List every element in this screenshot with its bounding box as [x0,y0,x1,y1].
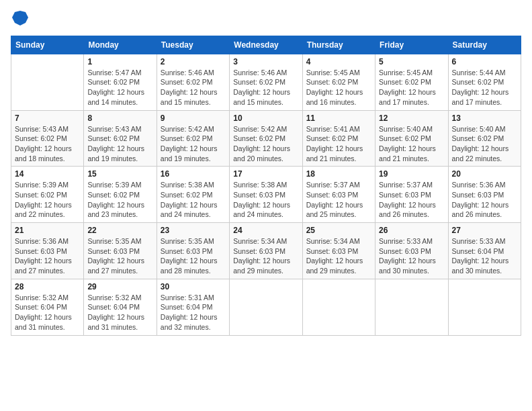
calendar-cell: 14Sunrise: 5:39 AMSunset: 6:02 PMDayligh… [11,167,84,223]
day-info: Sunrise: 5:47 AMSunset: 6:02 PMDaylight:… [87,68,152,107]
calendar-cell: 22Sunrise: 5:35 AMSunset: 6:03 PMDayligh… [84,223,157,279]
day-number: 11 [306,113,371,123]
logo [11,11,28,29]
day-number: 4 [306,57,371,66]
day-number: 14 [15,169,80,179]
day-number: 13 [452,113,517,123]
calendar-cell: 10Sunrise: 5:42 AMSunset: 6:02 PMDayligh… [230,110,302,167]
day-info: Sunrise: 5:46 AMSunset: 6:02 PMDaylight:… [233,68,298,107]
day-info: Sunrise: 5:42 AMSunset: 6:02 PMDaylight:… [161,124,226,164]
svg-marker-0 [12,11,28,26]
calendar-cell: 16Sunrise: 5:38 AMSunset: 6:02 PMDayligh… [157,167,229,223]
page-header [11,11,521,29]
day-number: 17 [233,169,298,179]
calendar-cell: 1Sunrise: 5:47 AMSunset: 6:02 PMDaylight… [84,54,157,110]
day-info: Sunrise: 5:39 AMSunset: 6:02 PMDaylight:… [87,180,152,220]
calendar-table: SundayMondayTuesdayWednesdayThursdayFrid… [11,36,521,336]
day-number: 20 [452,169,517,179]
day-info: Sunrise: 5:43 AMSunset: 6:02 PMDaylight:… [87,124,152,164]
day-number: 30 [161,282,226,291]
calendar-cell [448,279,521,335]
day-number: 16 [161,169,226,179]
calendar-cell [230,279,302,335]
day-info: Sunrise: 5:35 AMSunset: 6:03 PMDaylight:… [87,236,152,276]
day-number: 24 [233,226,298,235]
day-header-monday: Monday [84,36,157,54]
calendar-cell: 5Sunrise: 5:45 AMSunset: 6:02 PMDaylight… [375,54,448,110]
day-number: 10 [233,113,298,123]
calendar-cell: 3Sunrise: 5:46 AMSunset: 6:02 PMDaylight… [230,54,302,110]
day-number: 1 [87,57,152,66]
day-info: Sunrise: 5:39 AMSunset: 6:02 PMDaylight:… [15,180,80,220]
day-info: Sunrise: 5:46 AMSunset: 6:02 PMDaylight:… [161,68,226,107]
day-number: 28 [15,282,80,291]
day-info: Sunrise: 5:41 AMSunset: 6:02 PMDaylight:… [306,124,371,164]
calendar-cell [11,54,84,110]
day-header-friday: Friday [375,36,448,54]
logo-icon [12,11,28,26]
day-info: Sunrise: 5:42 AMSunset: 6:02 PMDaylight:… [233,124,298,164]
day-number: 19 [379,169,444,179]
calendar-cell: 2Sunrise: 5:46 AMSunset: 6:02 PMDaylight… [157,54,229,110]
calendar-cell: 7Sunrise: 5:43 AMSunset: 6:02 PMDaylight… [11,110,84,167]
calendar-cell: 26Sunrise: 5:33 AMSunset: 6:03 PMDayligh… [375,223,448,279]
day-info: Sunrise: 5:43 AMSunset: 6:02 PMDaylight:… [15,124,80,164]
day-info: Sunrise: 5:40 AMSunset: 6:02 PMDaylight:… [452,124,517,164]
day-header-sunday: Sunday [11,36,84,54]
calendar-cell: 9Sunrise: 5:42 AMSunset: 6:02 PMDaylight… [157,110,229,167]
day-number: 6 [452,57,517,66]
day-number: 9 [161,113,226,123]
day-info: Sunrise: 5:38 AMSunset: 6:03 PMDaylight:… [233,180,298,220]
day-header-saturday: Saturday [448,36,521,54]
day-info: Sunrise: 5:37 AMSunset: 6:03 PMDaylight:… [379,180,444,220]
calendar-cell: 15Sunrise: 5:39 AMSunset: 6:02 PMDayligh… [84,167,157,223]
calendar-cell: 17Sunrise: 5:38 AMSunset: 6:03 PMDayligh… [230,167,302,223]
day-number: 25 [306,226,371,235]
calendar-cell: 11Sunrise: 5:41 AMSunset: 6:02 PMDayligh… [302,110,375,167]
day-header-wednesday: Wednesday [230,36,302,54]
calendar-cell: 23Sunrise: 5:35 AMSunset: 6:03 PMDayligh… [157,223,229,279]
day-info: Sunrise: 5:40 AMSunset: 6:02 PMDaylight:… [379,124,444,164]
calendar-cell: 28Sunrise: 5:32 AMSunset: 6:04 PMDayligh… [11,279,84,335]
day-info: Sunrise: 5:36 AMSunset: 6:03 PMDaylight:… [15,236,80,276]
calendar-cell [375,279,448,335]
calendar-cell: 12Sunrise: 5:40 AMSunset: 6:02 PMDayligh… [375,110,448,167]
calendar-cell: 8Sunrise: 5:43 AMSunset: 6:02 PMDaylight… [84,110,157,167]
calendar-cell: 4Sunrise: 5:45 AMSunset: 6:02 PMDaylight… [302,54,375,110]
day-number: 21 [15,226,80,235]
day-number: 5 [379,57,444,66]
day-info: Sunrise: 5:32 AMSunset: 6:04 PMDaylight:… [15,293,80,332]
day-header-thursday: Thursday [302,36,375,54]
day-info: Sunrise: 5:44 AMSunset: 6:02 PMDaylight:… [452,68,517,107]
day-number: 15 [87,169,152,179]
day-info: Sunrise: 5:31 AMSunset: 6:04 PMDaylight:… [161,293,226,332]
day-number: 3 [233,57,298,66]
calendar-cell: 30Sunrise: 5:31 AMSunset: 6:04 PMDayligh… [157,279,229,335]
day-number: 7 [15,113,80,123]
day-header-tuesday: Tuesday [157,36,229,54]
day-info: Sunrise: 5:45 AMSunset: 6:02 PMDaylight:… [379,68,444,107]
calendar-cell: 19Sunrise: 5:37 AMSunset: 6:03 PMDayligh… [375,167,448,223]
day-number: 12 [379,113,444,123]
calendar-cell: 6Sunrise: 5:44 AMSunset: 6:02 PMDaylight… [448,54,521,110]
day-info: Sunrise: 5:38 AMSunset: 6:02 PMDaylight:… [161,180,226,220]
day-number: 8 [87,113,152,123]
calendar-cell: 21Sunrise: 5:36 AMSunset: 6:03 PMDayligh… [11,223,84,279]
day-number: 2 [161,57,226,66]
calendar-cell: 18Sunrise: 5:37 AMSunset: 6:03 PMDayligh… [302,167,375,223]
day-info: Sunrise: 5:36 AMSunset: 6:03 PMDaylight:… [452,180,517,220]
day-info: Sunrise: 5:33 AMSunset: 6:04 PMDaylight:… [452,236,517,276]
day-info: Sunrise: 5:34 AMSunset: 6:03 PMDaylight:… [306,236,371,276]
calendar-cell [302,279,375,335]
day-number: 23 [161,226,226,235]
day-info: Sunrise: 5:33 AMSunset: 6:03 PMDaylight:… [379,236,444,276]
day-info: Sunrise: 5:45 AMSunset: 6:02 PMDaylight:… [306,68,371,107]
calendar-cell: 24Sunrise: 5:34 AMSunset: 6:03 PMDayligh… [230,223,302,279]
day-info: Sunrise: 5:34 AMSunset: 6:03 PMDaylight:… [233,236,298,276]
day-info: Sunrise: 5:35 AMSunset: 6:03 PMDaylight:… [161,236,226,276]
day-number: 22 [87,226,152,235]
calendar-cell: 20Sunrise: 5:36 AMSunset: 6:03 PMDayligh… [448,167,521,223]
calendar-cell: 25Sunrise: 5:34 AMSunset: 6:03 PMDayligh… [302,223,375,279]
calendar-cell: 27Sunrise: 5:33 AMSunset: 6:04 PMDayligh… [448,223,521,279]
day-info: Sunrise: 5:32 AMSunset: 6:04 PMDaylight:… [87,293,152,332]
